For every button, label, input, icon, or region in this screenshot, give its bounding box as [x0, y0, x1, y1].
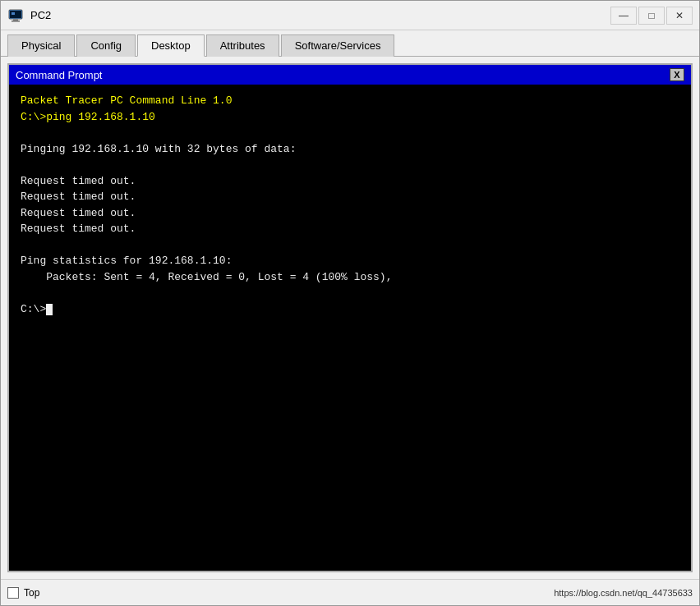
- svg-rect-1: [13, 19, 18, 21]
- title-bar-controls: — □ ✕: [610, 7, 693, 25]
- watermark: https://blog.csdn.net/qq_44735633: [554, 588, 693, 598]
- bottom-bar: Top https://blog.csdn.net/qq_44735633: [1, 579, 699, 605]
- app-icon: [7, 7, 24, 24]
- main-window: PC2 — □ ✕ Physical Config Desktop Attrib…: [0, 0, 700, 606]
- title-bar: PC2 — □ ✕: [1, 1, 699, 30]
- cmd-line: Request timed out.: [21, 173, 679, 190]
- tab-software-services[interactable]: Software/Services: [281, 34, 395, 57]
- cmd-line: Packet Tracer PC Command Line 1.0: [21, 93, 679, 109]
- tab-attributes[interactable]: Attributes: [206, 34, 279, 57]
- cmd-close-button[interactable]: X: [670, 68, 684, 81]
- bottom-left: Top: [7, 587, 39, 599]
- maximize-button[interactable]: □: [638, 7, 665, 25]
- cmd-line: Packets: Sent = 4, Received = 0, Lost = …: [21, 269, 679, 286]
- cmd-line: Request timed out.: [21, 221, 679, 237]
- cmd-body[interactable]: Packet Tracer PC Command Line 1.0C:\>pin…: [9, 85, 691, 571]
- cmd-cursor: [46, 304, 53, 315]
- close-button[interactable]: ✕: [666, 7, 693, 25]
- top-label: Top: [24, 587, 39, 599]
- tab-desktop[interactable]: Desktop: [137, 34, 205, 57]
- cmd-line: Request timed out.: [21, 189, 679, 205]
- window-title: PC2: [30, 9, 610, 21]
- cmd-line: [21, 125, 679, 141]
- cmd-title-bar: Command Prompt X: [9, 65, 691, 85]
- command-prompt-window: Command Prompt X Packet Tracer PC Comman…: [7, 63, 693, 572]
- tab-config[interactable]: Config: [76, 34, 136, 57]
- cmd-line: [21, 157, 679, 173]
- cmd-line: [21, 285, 679, 301]
- cmd-line: Ping statistics for 192.168.1.10:: [21, 253, 679, 269]
- cmd-line: C:\>ping 192.168.1.10: [21, 109, 679, 126]
- svg-rect-4: [12, 12, 15, 15]
- tab-physical[interactable]: Physical: [7, 34, 75, 57]
- svg-rect-2: [12, 21, 20, 22]
- cmd-line: Request timed out.: [21, 205, 679, 222]
- main-content: Command Prompt X Packet Tracer PC Comman…: [1, 57, 699, 579]
- tab-bar: Physical Config Desktop Attributes Softw…: [1, 30, 699, 57]
- cmd-line: [21, 237, 679, 254]
- cmd-title-text: Command Prompt: [16, 69, 102, 81]
- top-checkbox[interactable]: [7, 587, 19, 599]
- minimize-button[interactable]: —: [610, 7, 637, 25]
- cmd-line: Pinging 192.168.1.10 with 32 bytes of da…: [21, 141, 679, 158]
- cmd-line: C:\>: [21, 301, 679, 318]
